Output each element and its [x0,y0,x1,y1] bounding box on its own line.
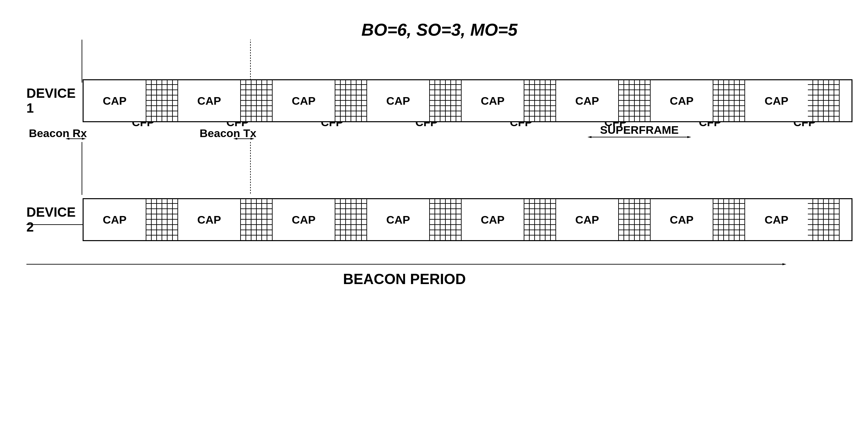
device2-cap-4: CAP [367,199,430,240]
svg-text:BEACON PERIOD: BEACON PERIOD [343,271,466,287]
device1-cfp-6 [619,80,651,121]
device2-label: DEVICE 2 [26,205,81,235]
device2-cap-6: CAP [556,199,619,240]
device1-timeline: CAP CAP CAP CAP CAP CAP CAP CAP [83,79,852,122]
device2-cfp-6 [619,199,651,240]
svg-marker-55 [782,263,786,265]
device1-cap-5: CAP [462,80,524,121]
device1-cap-8: CAP [745,80,808,121]
device1-cap-6: CAP [556,80,619,121]
device1-cfp-2 [241,80,273,121]
device1-label: DEVICE 1 [26,86,81,116]
device2-cap-5: CAP [462,199,524,240]
device2-section: DEVICE 2 CAP CAP CAP CAP CAP CAP CAP CAP [26,198,852,241]
device1-cfp-5 [524,80,556,121]
device2-cfp-5 [524,199,556,240]
device2-cfp-4 [430,199,462,240]
device2-cap-3: CAP [273,199,335,240]
device1-cap-3: CAP [273,80,335,121]
device2-cfp-7 [713,199,745,240]
device2-cap-7: CAP [651,199,713,240]
device1-cfp-3 [335,80,367,121]
device1-section: DEVICE 1 CAP CAP CAP CAP CAP CAP CAP CAP [26,79,852,122]
device2-cfp-3 [335,199,367,240]
device2-cap-2: CAP [178,199,241,240]
device2-cap-1: CAP [84,199,146,240]
device1-cfp-4 [430,80,462,121]
device2-timeline: CAP CAP CAP CAP CAP CAP CAP CAP [83,198,852,241]
device1-cap-2: CAP [178,80,241,121]
device1-cfp-8 [808,80,840,121]
device2-cap-8: CAP [745,199,808,240]
device2-cfp-8 [808,199,840,240]
device1-cap-1: CAP [84,80,146,121]
device1-cfp-7 [713,80,745,121]
device2-cfp-1 [146,199,178,240]
diagram-title: BO=6, SO=3, MO=5 [26,20,852,40]
device1-cap-7: CAP [651,80,713,121]
device2-cfp-2 [241,199,273,240]
device1-cfp-1 [146,80,178,121]
device1-cap-4: CAP [367,80,430,121]
